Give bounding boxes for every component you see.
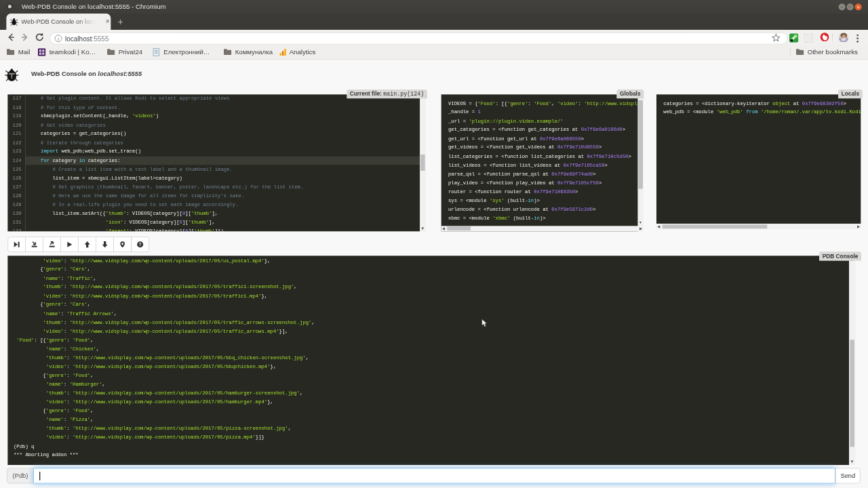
svg-text:?: ? — [139, 242, 142, 247]
